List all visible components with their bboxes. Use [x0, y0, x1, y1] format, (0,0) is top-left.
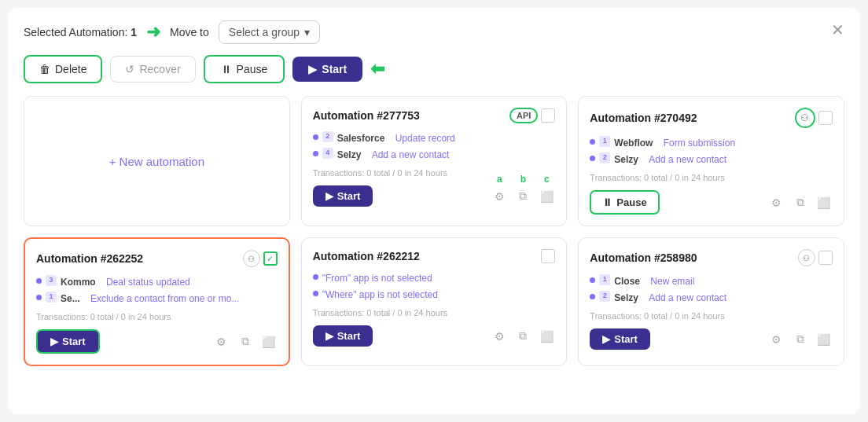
step-item: 1 Se... Exclude a contact from one or mo… [36, 292, 278, 306]
step-dot [36, 278, 42, 284]
settings-icon[interactable]: ⚙ [491, 328, 508, 345]
new-automation-card[interactable]: + New automation [24, 96, 290, 226]
step-num: 2 [599, 291, 610, 302]
selected-automation-label: Selected Automation: 1 [24, 26, 137, 39]
settings-icon[interactable]: ⚙ [213, 333, 230, 350]
settings-icon[interactable]: ⚙ [491, 188, 508, 205]
step-action: Deal status updated [106, 275, 190, 289]
play-icon: ▶ [602, 333, 610, 345]
step-dot [590, 156, 595, 161]
api-badge: API [509, 108, 538, 123]
play-icon: ▶ [326, 330, 333, 342]
label-a: a [491, 174, 508, 185]
copy-icon[interactable]: ⧉ [792, 194, 809, 211]
step-action: Add a new contact [649, 152, 726, 167]
card-277753-start-button[interactable]: ▶ Start [313, 185, 373, 207]
card-262212-title: Automation #262212 [313, 250, 420, 262]
card-277753-checkbox[interactable] [541, 108, 555, 123]
settings-icon[interactable]: ⚙ [768, 331, 785, 348]
top-bar: Selected Automation: 1 ➜ Move to Select … [24, 20, 844, 44]
start-label: Start [337, 190, 361, 202]
card-262212: Automation #262212 "From" app is not sel… [301, 237, 568, 366]
step-action: New email [650, 274, 694, 288]
card-262212-icons [541, 249, 555, 263]
card-262252-checkbox[interactable]: ✓ [263, 251, 278, 266]
card-277753-steps: 2 Salesforce Update record 4 Selzy Add a… [313, 131, 556, 162]
step-action: Add a new contact [372, 148, 450, 162]
card-258980-transactions: Transactions: 0 total / 0 in 24 hours [590, 311, 833, 321]
copy-icon[interactable]: ⧉ [514, 188, 531, 205]
card-262252-icons: ⚇ ✓ [243, 250, 278, 267]
card-270492-header: Automation #270492 ⚇ [590, 108, 833, 128]
start-label: Start [614, 333, 638, 345]
select-group-text: Select a group [229, 26, 300, 39]
settings-icon[interactable]: ⚙ [768, 194, 785, 211]
copy-icon[interactable]: ⧉ [514, 328, 531, 345]
step-dot [36, 295, 42, 300]
step-app: Webflow [614, 136, 653, 150]
card-262212-header: Automation #262212 [313, 249, 556, 263]
step-item: "From" app is not selected [313, 271, 556, 285]
action-bar: 🗑 Delete ↺ Recover ⏸ Pause ▶ Start ⬅ [24, 55, 844, 83]
label-c: c [538, 174, 555, 185]
start-top-button[interactable]: ▶ Start [292, 57, 362, 82]
move-to-label: Move to [170, 26, 209, 39]
export-icon[interactable]: ⬜ [260, 333, 278, 350]
card-262252-steps: 3 Kommo Deal status updated 1 Se... Excl… [36, 275, 278, 306]
chevron-down-icon: ▾ [304, 26, 310, 39]
step-dot [313, 291, 318, 296]
card-258980-icons: ⚇ [798, 249, 833, 266]
start-label: Start [337, 330, 361, 342]
footer-icons: ⚙ ⧉ ⬜ [768, 331, 833, 348]
card-270492-icons: ⚇ [795, 108, 833, 128]
close-button[interactable]: ✕ [831, 20, 844, 39]
step-action: "Where" app is not selected [322, 288, 438, 302]
card-262252: Automation #262252 ⚇ ✓ 3 Kommo Deal stat… [24, 237, 290, 366]
pause-top-button[interactable]: ⏸ Pause [204, 55, 285, 83]
step-item: "Where" app is not selected [313, 288, 556, 302]
card-262212-checkbox[interactable] [541, 249, 555, 263]
card-258980-checkbox[interactable] [818, 251, 833, 265]
cards-grid: + New automation Automation #277753 API … [24, 96, 844, 366]
card-277753-title: Automation #277753 [313, 109, 420, 122]
step-item: 4 Selzy Add a new contact [313, 148, 556, 162]
api-label: API [517, 111, 531, 120]
card-277753-footer: ▶ Start a b c ⚙ ⧉ ⬜ [313, 185, 556, 207]
recover-button[interactable]: ↺ Recover [110, 56, 195, 83]
step-num: 4 [322, 148, 333, 159]
card-262212-start-button[interactable]: ▶ Start [313, 325, 373, 347]
card-270492-title: Automation #270492 [590, 112, 697, 124]
card-258980-title: Automation #258980 [590, 251, 697, 264]
step-item: 1 Webflow Form submission [590, 136, 833, 150]
integration-circle-icon[interactable]: ⚇ [795, 108, 815, 128]
step-app: Selzy [614, 291, 638, 305]
pause-icon: ⏸ [221, 63, 232, 75]
step-item: 3 Kommo Deal status updated [36, 275, 278, 289]
pause-icon: ⏸ [602, 196, 612, 208]
footer-icons: ⚙ ⧉ ⬜ [213, 333, 278, 350]
card-270492-pause-button[interactable]: ⏸ Pause [590, 190, 659, 215]
select-group-dropdown[interactable]: Select a group ▾ [219, 20, 320, 44]
copy-icon[interactable]: ⧉ [792, 331, 809, 348]
export-icon[interactable]: ⬜ [538, 328, 555, 345]
step-action: Exclude a contact from one or mo... [90, 292, 239, 306]
card-258980-start-button[interactable]: ▶ Start [590, 328, 650, 350]
step-action: Form submission [664, 136, 735, 150]
card-262252-start-button[interactable]: ▶ Start [36, 329, 100, 354]
export-icon[interactable]: ⬜ [538, 188, 555, 205]
card-270492-checkbox[interactable] [818, 111, 833, 125]
step-num: 1 [599, 136, 610, 147]
card-258980-footer: ▶ Start ⚙ ⧉ ⬜ [590, 328, 833, 350]
pause-label: Pause [616, 196, 646, 208]
copy-icon[interactable]: ⧉ [237, 333, 254, 350]
card-258980: Automation #258980 ⚇ 1 Close New email 2… [578, 237, 844, 366]
step-app: Selzy [614, 152, 638, 167]
step-num: 2 [322, 131, 333, 142]
export-icon[interactable]: ⬜ [815, 194, 833, 211]
integration-icon: ⚇ [798, 249, 815, 266]
export-icon[interactable]: ⬜ [815, 331, 833, 348]
step-num: 2 [599, 152, 610, 163]
delete-button[interactable]: 🗑 Delete [24, 55, 102, 83]
step-item: 2 Salesforce Update record [313, 131, 556, 145]
card-262212-transactions: Transactions: 0 total / 0 in 24 hours [313, 308, 556, 317]
